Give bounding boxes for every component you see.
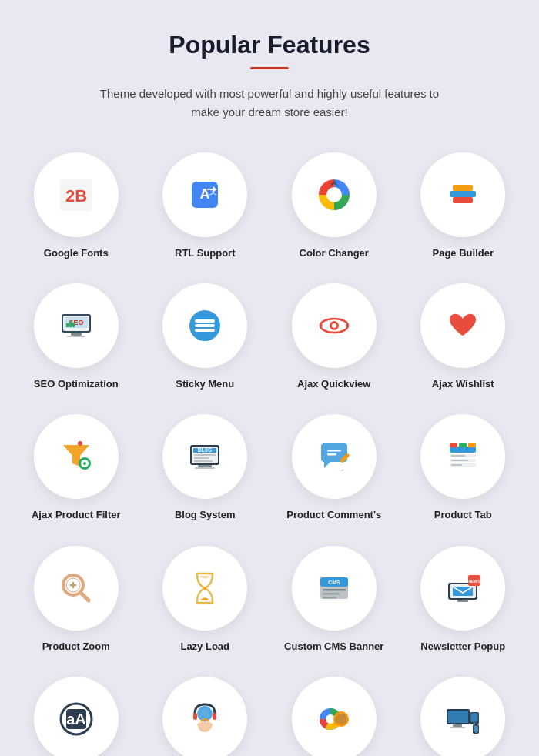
svg-text:A: A [200, 186, 210, 202]
svg-rect-19 [69, 321, 72, 327]
ajax-quickview-label: Ajax Quickview [297, 377, 370, 391]
product-comments-icon-circle [292, 414, 377, 499]
svg-rect-67 [323, 597, 336, 599]
page-subtitle: Theme developed with most powerful and h… [85, 85, 454, 122]
customer-support-icon-circle [162, 677, 247, 756]
svg-rect-87 [448, 711, 468, 723]
product-zoom-label: Product Zoom [42, 640, 110, 654]
svg-rect-66 [323, 593, 340, 595]
svg-text:BL0G: BL0G [198, 447, 213, 453]
feature-ajax-product-filter: Ajax Product Filter [15, 414, 137, 522]
svg-text:2B: 2B [65, 186, 87, 206]
svg-point-78 [200, 709, 209, 718]
svg-rect-11 [453, 185, 473, 191]
color-changer-label: Color Changer [300, 246, 369, 260]
feature-font-changer: aA Font Changer [15, 677, 137, 756]
svg-rect-37 [194, 454, 216, 456]
svg-rect-9 [453, 197, 473, 203]
sticky-menu-icon-circle [162, 283, 247, 368]
svg-point-92 [474, 723, 475, 724]
svg-rect-41 [195, 467, 215, 469]
product-tab-icon-circle [420, 414, 505, 499]
sticky-menu-label: Sticky Menu [176, 377, 234, 391]
feature-lazy-load: Lazy Load [145, 546, 266, 654]
lazy-load-icon-circle [162, 546, 247, 631]
svg-rect-71 [457, 600, 468, 602]
svg-rect-88 [453, 724, 462, 727]
newsletter-popup-icon-circle: NEWS [420, 546, 505, 631]
svg-rect-65 [323, 589, 346, 591]
feature-product-tab: Product Tab [403, 414, 524, 522]
svg-rect-53 [450, 443, 457, 447]
blog-system-label: Blog System [175, 508, 236, 522]
svg-line-60 [81, 593, 89, 600]
google-fonts-icon-circle: 2B [34, 152, 119, 237]
features-grid: 2B Google Fonts A 文 RTL Support [15, 152, 524, 756]
seo-optimization-label: SEO Optimization [34, 377, 119, 391]
svg-point-61 [204, 587, 206, 590]
svg-rect-23 [195, 324, 215, 327]
page-builder-icon-circle [420, 152, 505, 237]
feature-color-changer: Color Changer [273, 152, 395, 260]
svg-text:NEWS: NEWS [469, 579, 481, 584]
svg-rect-94 [474, 725, 478, 731]
custom-cms-banner-icon-circle: CMS [292, 546, 377, 631]
newsletter-popup-label: Newsletter Popup [420, 640, 505, 654]
feature-custom-cms-banner: CMS Custom CMS Banner [273, 546, 395, 654]
feature-responsive-design: 100% Responsive Design [403, 677, 524, 756]
feature-browser-compatibility: Browser Compatibility [273, 677, 395, 756]
ajax-product-filter-label: Ajax Product Filter [32, 508, 121, 522]
blog-system-icon-circle: BL0G [162, 414, 247, 499]
svg-point-31 [83, 462, 86, 465]
svg-rect-48 [451, 455, 465, 457]
svg-rect-50 [451, 460, 468, 461]
svg-rect-52 [451, 464, 462, 466]
feature-newsletter-popup: NEWS Newsletter Popup [403, 546, 524, 654]
feature-ajax-quickview: Ajax Quickview [273, 283, 395, 391]
rtl-support-icon-circle: A 文 [162, 152, 247, 237]
svg-rect-80 [213, 713, 216, 720]
google-fonts-label: Google Fonts [44, 246, 109, 260]
font-changer-icon-circle: aA [34, 677, 119, 756]
svg-rect-46 [450, 447, 476, 453]
svg-rect-55 [468, 443, 476, 447]
svg-rect-18 [66, 323, 69, 327]
svg-point-95 [475, 731, 477, 733]
custom-cms-banner-label: Custom CMS Banner [284, 640, 383, 654]
svg-rect-17 [67, 336, 85, 337]
svg-rect-42 [327, 450, 341, 452]
feature-customer-support: 24x7 Customer Support [145, 677, 266, 756]
ajax-quickview-icon-circle [292, 283, 377, 368]
ajax-wishlist-icon-circle [420, 283, 505, 368]
feature-product-zoom: Product Zoom [15, 546, 137, 654]
feature-seo-optimization: SEO SEO Optimization [15, 283, 137, 391]
svg-rect-10 [450, 191, 476, 197]
svg-point-27 [332, 323, 336, 328]
product-tab-label: Product Tab [434, 508, 492, 522]
page-title: Popular Features [169, 31, 370, 59]
product-comments-label: Product Comment's [286, 508, 381, 522]
svg-rect-38 [194, 457, 209, 459]
svg-rect-43 [327, 453, 336, 456]
svg-rect-24 [195, 329, 215, 332]
feature-blog-system: BL0G Blog System [145, 414, 266, 522]
svg-point-8 [326, 187, 342, 202]
svg-point-32 [78, 441, 82, 446]
ajax-wishlist-label: Ajax Wishlist [432, 377, 494, 391]
feature-rtl-support: A 文 RTL Support [145, 152, 266, 260]
color-changer-icon-circle [292, 152, 377, 237]
lazy-load-label: Lazy Load [180, 640, 229, 654]
feature-product-comments: Product Comment's [273, 414, 395, 522]
responsive-design-icon-circle [420, 677, 505, 756]
seo-optimization-icon-circle: SEO [34, 283, 119, 368]
svg-text:CMS: CMS [328, 580, 340, 585]
product-zoom-icon-circle [34, 546, 119, 631]
svg-rect-22 [195, 319, 215, 323]
svg-marker-45 [341, 470, 344, 471]
rtl-support-label: RTL Support [175, 246, 235, 260]
svg-rect-89 [450, 727, 465, 728]
svg-rect-40 [198, 465, 212, 467]
svg-rect-91 [471, 713, 478, 721]
svg-rect-20 [72, 323, 75, 327]
svg-rect-79 [193, 713, 197, 720]
